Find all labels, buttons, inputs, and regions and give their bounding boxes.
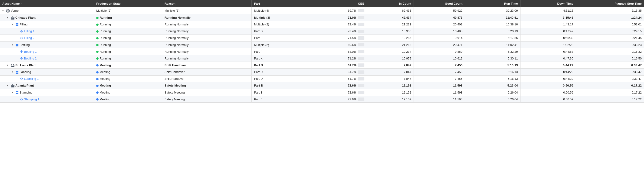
oee-value-stlouis: 61.7% — [348, 63, 356, 67]
oee-bar-wrap — [358, 97, 364, 101]
svg-rect-12 — [17, 25, 18, 26]
asset-link-filling1[interactable]: Filling 1 — [24, 29, 34, 33]
downtime-cell-chicago: 3:15:46 — [520, 14, 576, 21]
chevron-icon[interactable]: ▾ — [7, 16, 10, 19]
asset-link-labelling1[interactable]: Labelling 1 — [24, 77, 39, 80]
oee-value-stamping1: 72.6% — [348, 97, 356, 101]
planned-cell-stamping1: 0:17:22 — [576, 96, 644, 103]
goodcount-cell-bottling1: 9,859 — [414, 48, 465, 55]
downtime-cell-bottling2: 0:47:30 — [520, 55, 576, 62]
oee-cell-vorne: 69.7% — [320, 7, 367, 14]
oee-cell-atlanta: 72.6% — [320, 82, 367, 89]
state-cell-chicago: Running — [94, 14, 162, 21]
incount-cell-atlanta: 12,152 — [367, 82, 414, 89]
col-header-asset[interactable]: Asset Name ↑ — [0, 0, 94, 7]
oee-value-bottling2: 71.2% — [348, 57, 356, 60]
asset-cell-labeling: ▾Labeling — [0, 69, 94, 75]
table-row: ⚙Filling 2RunningRunning NormallyPart P7… — [0, 35, 644, 41]
chevron-icon[interactable]: ▾ — [12, 70, 14, 73]
state-text-stamping: Meeting — [100, 91, 110, 94]
chevron-icon[interactable]: ▾ — [12, 43, 14, 46]
downtime-cell-filling: 1:43:17 — [520, 21, 576, 28]
col-header-downtime[interactable]: Down Time — [520, 0, 576, 7]
planned-cell-stamping: 0:17:22 — [576, 89, 644, 96]
asset-link-bottling1[interactable]: Bottling 1 — [24, 50, 36, 53]
reason-cell-atlanta: Safety Meeting — [162, 82, 252, 89]
reason-cell-stamping1: Safety Meeting — [162, 96, 252, 103]
state-cell-stamping: Meeting — [94, 89, 162, 96]
asset-cell-bottling2: ⚙Bottling 2 — [0, 55, 94, 62]
goodcount-cell-filling: 20,402 — [414, 21, 465, 28]
oee-bar-wrap — [358, 70, 364, 74]
table-row: ▾StampingMeetingSafety MeetingPart B72.6… — [0, 89, 644, 96]
downtime-cell-bottling: 1:32:28 — [520, 41, 576, 48]
svg-rect-11 — [16, 25, 17, 26]
machine-icon: ⚙ — [20, 50, 23, 53]
oee-value-chicago: 71.0% — [348, 16, 356, 19]
asset-link-filling2[interactable]: Filling 2 — [24, 36, 34, 40]
goodcount-cell-labeling: 7,456 — [414, 69, 465, 75]
state-text-bottling: Running — [100, 43, 111, 47]
state-text-labelling1: Meeting — [100, 77, 110, 80]
svg-rect-8 — [12, 19, 13, 19]
col-header-incount[interactable]: In Count — [367, 0, 414, 7]
goodcount-cell-labelling1: 7,456 — [414, 75, 465, 82]
col-header-oee[interactable]: OEE — [320, 0, 367, 7]
part-cell-atlanta: Part B — [252, 82, 320, 89]
status-dot-icon — [96, 30, 98, 33]
table-row: ▾VorneMultiple (2)Multiple (3)Multiple (… — [0, 7, 644, 14]
planned-cell-vorne: 2:15:35 — [576, 7, 644, 14]
col-header-state[interactable]: Production State — [94, 0, 162, 7]
svg-marker-20 — [11, 64, 14, 65]
oee-bar-wrap — [358, 16, 364, 19]
chevron-icon[interactable]: ▾ — [7, 64, 10, 67]
chevron-icon[interactable]: ▾ — [7, 84, 10, 87]
asset-name-chicago: Chicago Plant — [16, 16, 36, 19]
planned-cell-bottling: 0:33:23 — [576, 41, 644, 48]
state-cell-stamping1: Meeting — [94, 96, 162, 103]
status-dot-icon — [96, 91, 98, 94]
chevron-icon[interactable]: ▾ — [12, 91, 14, 94]
col-header-part[interactable]: Part — [252, 0, 320, 7]
state-text-filling: Running — [100, 23, 111, 26]
planned-cell-bottling1: 0:16:32 — [576, 48, 644, 55]
svg-rect-14 — [17, 44, 18, 45]
asset-cell-stlouis: ▾St. Louis Plant — [0, 62, 94, 69]
col-header-runtime[interactable]: Run Time — [465, 0, 520, 7]
col-header-good[interactable]: Good Count — [414, 0, 465, 7]
asset-cell-filling2: ⚙Filling 2 — [0, 35, 94, 41]
svg-rect-31 — [16, 91, 17, 92]
part-cell-stlouis: Part D — [252, 62, 320, 69]
state-cell-vorne: Multiple (2) — [94, 7, 162, 14]
group-icon — [16, 70, 19, 74]
downtime-cell-bottling1: 0:44:58 — [520, 48, 576, 55]
state-cell-filling2: Running — [94, 35, 162, 41]
chevron-icon[interactable]: ▾ — [12, 23, 14, 26]
asset-link-stamping1[interactable]: Stamping 1 — [24, 97, 40, 101]
asset-name-labeling: Labeling — [20, 70, 31, 74]
runtime-cell-chicago: 21:40:51 — [465, 14, 520, 21]
state-cell-filling: Running — [94, 21, 162, 28]
state-cell-bottling1: Running — [94, 48, 162, 55]
asset-link-bottling2[interactable]: Bottling 2 — [24, 57, 36, 60]
oee-bar-wrap — [358, 77, 364, 80]
part-cell-bottling1: Part P — [252, 48, 320, 55]
asset-cell-atlanta: ▾Atlanta Plant — [0, 82, 94, 89]
col-header-planned[interactable]: Planned Stop Time — [576, 0, 644, 7]
state-text-labeling: Meeting — [100, 70, 110, 74]
svg-rect-15 — [16, 45, 17, 46]
runtime-cell-stamping: 5:26:04 — [465, 89, 520, 96]
runtime-cell-atlanta: 5:26:04 — [465, 82, 520, 89]
incount-cell-labeling: 7,847 — [367, 69, 414, 75]
machine-icon: ⚙ — [20, 29, 23, 33]
oee-bar-wrap — [358, 50, 364, 53]
machine-icon: ⚙ — [20, 97, 23, 101]
col-header-reason[interactable]: Reason — [162, 0, 252, 7]
asset-name-filling: Filling — [20, 23, 28, 26]
status-dot-icon — [96, 51, 98, 53]
status-dot-icon — [96, 44, 98, 46]
chevron-icon[interactable]: ▾ — [2, 9, 5, 12]
status-dot-icon — [96, 71, 98, 73]
incount-cell-stamping: 12,152 — [367, 89, 414, 96]
incount-cell-filling: 21,221 — [367, 21, 414, 28]
